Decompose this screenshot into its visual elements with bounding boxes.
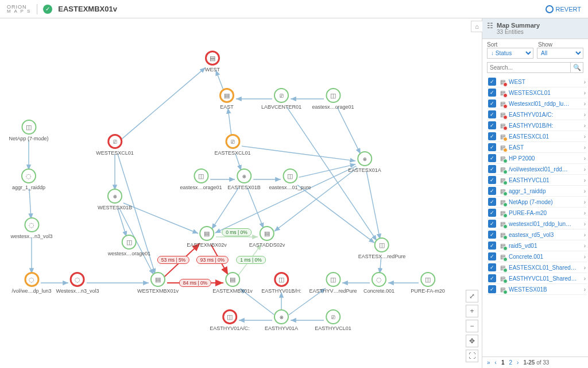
list-item[interactable]: ✓ ▤ westesxcl01_rddp_lun… › bbox=[487, 218, 587, 229]
node-circle[interactable]: ◌ bbox=[24, 272, 39, 287]
map-zoom-out[interactable]: − bbox=[466, 320, 478, 332]
list-item[interactable]: ✓ ▤ EASTHYVCL01 › bbox=[487, 175, 587, 186]
item-checkbox[interactable]: ✓ bbox=[488, 99, 496, 108]
list-item[interactable]: ✓ ▤ EASTHYVCL01_Shared… › bbox=[487, 273, 587, 284]
list-item[interactable]: ✓ ▤ PURE-FA-m20 › bbox=[487, 208, 587, 218]
pager-page-2[interactable]: 2 bbox=[509, 359, 512, 366]
item-checkbox[interactable]: ✓ bbox=[488, 274, 496, 282]
map-node[interactable]: ◫ EASTHYV01A/C: bbox=[210, 309, 250, 331]
map-node[interactable]: ⎚ WESTESXCL01 bbox=[96, 134, 134, 156]
sidebar-collapse-tab[interactable]: ⌂ bbox=[471, 21, 482, 32]
chevron-right-icon[interactable]: › bbox=[584, 177, 586, 183]
item-checkbox[interactable]: ✓ bbox=[488, 78, 496, 86]
item-checkbox[interactable]: ✓ bbox=[488, 110, 496, 118]
chevron-right-icon[interactable]: › bbox=[584, 155, 586, 162]
node-circle[interactable]: ▤ bbox=[199, 226, 214, 241]
node-circle[interactable]: ⎈ bbox=[237, 168, 252, 183]
map-node[interactable]: ▤ WESTEXMBX01v bbox=[137, 272, 179, 294]
node-circle[interactable]: ◫ bbox=[194, 168, 208, 183]
node-circle[interactable]: ⎈ bbox=[274, 309, 289, 324]
pager-expand[interactable]: » bbox=[487, 359, 490, 366]
map-node[interactable]: ▤ EASTADDS02v bbox=[249, 226, 285, 248]
node-circle[interactable]: ◌ bbox=[70, 272, 85, 287]
list-item[interactable]: ✓ ▤ EASTESXCL01_Shared… › bbox=[487, 262, 587, 273]
chevron-right-icon[interactable]: › bbox=[584, 112, 586, 118]
map-node[interactable]: ▤ EAST bbox=[219, 88, 234, 110]
map-node[interactable]: ▤ WEST bbox=[205, 51, 220, 72]
node-circle[interactable]: ▤ bbox=[205, 51, 220, 66]
chevron-right-icon[interactable]: › bbox=[584, 232, 586, 238]
list-item[interactable]: ✓ ▤ EASTHYV01B/H: › bbox=[487, 120, 587, 131]
chevron-right-icon[interactable]: › bbox=[584, 166, 586, 172]
node-circle[interactable]: ▤ bbox=[219, 88, 234, 103]
node-circle[interactable]: ◫ bbox=[420, 272, 435, 287]
item-checkbox[interactable]: ✓ bbox=[488, 220, 496, 228]
list-item[interactable]: ✓ ▤ EASTHYV01A/C: › bbox=[487, 109, 587, 120]
list-item[interactable]: ✓ ▤ EAST › bbox=[487, 142, 587, 153]
node-circle[interactable]: ▤ bbox=[150, 272, 165, 287]
map-node[interactable]: ◫ eastesx…orage01 bbox=[180, 168, 222, 190]
list-item[interactable]: ✓ ▤ eastesx_rd5_vol3 › bbox=[487, 229, 587, 240]
pager-next[interactable]: › bbox=[517, 359, 519, 366]
map-node[interactable]: ⎚ EASTESXCL01 bbox=[214, 134, 250, 156]
revert-button[interactable]: REVERT bbox=[546, 5, 581, 13]
map-node[interactable]: ◫ westesx…orage01 bbox=[108, 235, 151, 256]
map-node[interactable]: ◌ westesx…n3_vol3 bbox=[10, 217, 52, 239]
node-circle[interactable]: ▤ bbox=[225, 272, 240, 287]
chevron-right-icon[interactable]: › bbox=[584, 254, 586, 260]
map-node[interactable]: ◌ aggr_1_raiddp bbox=[12, 168, 45, 190]
item-checkbox[interactable]: ✓ bbox=[488, 252, 496, 260]
map-node[interactable]: ◫ EASTHYV…redPure bbox=[309, 272, 357, 294]
list-item[interactable]: ✓ ▤ WEST › bbox=[487, 76, 587, 87]
sort-dropdown[interactable]: ↓ Status bbox=[487, 48, 533, 59]
chevron-right-icon[interactable]: › bbox=[584, 275, 586, 282]
item-checkbox[interactable]: ✓ bbox=[488, 263, 496, 271]
node-circle[interactable]: ⎈ bbox=[107, 189, 122, 204]
node-circle[interactable]: ◫ bbox=[326, 88, 341, 103]
map-zoom-extent[interactable]: ⤢ bbox=[466, 290, 478, 302]
list-item[interactable]: ✓ ▤ HP P2000 › bbox=[487, 153, 587, 164]
item-checkbox[interactable]: ✓ bbox=[488, 209, 496, 217]
map-node[interactable]: ◫ EASTHYV01B/H: bbox=[261, 272, 301, 294]
item-checkbox[interactable]: ✓ bbox=[488, 121, 496, 129]
node-circle[interactable]: ⎚ bbox=[107, 134, 122, 149]
list-item[interactable]: ✓ ▤ /vol/westesxcl01_rdd… › bbox=[487, 164, 587, 175]
list-item[interactable]: ✓ ▤ Westesxcl01_rddp_lu… › bbox=[487, 98, 587, 109]
map-node[interactable]: ⎈ EASTESX01A bbox=[348, 151, 381, 173]
node-circle[interactable]: ⎚ bbox=[326, 309, 341, 324]
chevron-right-icon[interactable]: › bbox=[584, 122, 586, 129]
item-checkbox[interactable]: ✓ bbox=[488, 154, 496, 162]
map-node[interactable]: ◫ PURE-FA-m20 bbox=[411, 272, 445, 294]
item-checkbox[interactable]: ✓ bbox=[488, 132, 496, 140]
list-item[interactable]: ✓ ▤ aggr_1_raiddp › bbox=[487, 186, 587, 197]
map-node[interactable]: ⎚ LABVCENTER01 bbox=[261, 88, 301, 110]
node-circle[interactable]: ▤ bbox=[260, 226, 274, 241]
map-node[interactable]: ◫ eastesx…01_pure bbox=[269, 168, 311, 190]
map-node[interactable]: ⎈ EASTESX01B bbox=[227, 168, 261, 190]
node-circle[interactable]: ◫ bbox=[283, 168, 297, 183]
map-node[interactable]: ◌ /vol/we…dp_lun3 bbox=[11, 272, 51, 294]
chevron-right-icon[interactable]: › bbox=[584, 79, 586, 85]
chevron-right-icon[interactable]: › bbox=[584, 199, 586, 205]
map-node[interactable]: ◫ EASTESX…redPure bbox=[358, 237, 406, 259]
list-item[interactable]: ✓ ▤ Concrete.001 › bbox=[487, 251, 587, 262]
map-pan[interactable]: ✥ bbox=[466, 335, 478, 347]
item-checkbox[interactable]: ✓ bbox=[488, 187, 496, 195]
list-item[interactable]: ✓ ▤ WESTESXCL01 › bbox=[487, 87, 587, 98]
node-circle[interactable]: ⎚ bbox=[274, 88, 289, 103]
item-checkbox[interactable]: ✓ bbox=[488, 231, 496, 239]
pager-page-1[interactable]: 1 bbox=[501, 359, 505, 366]
node-circle[interactable]: ◫ bbox=[374, 237, 389, 252]
chevron-right-icon[interactable]: › bbox=[584, 210, 586, 216]
chevron-right-icon[interactable]: › bbox=[584, 286, 586, 293]
show-dropdown[interactable]: All bbox=[537, 48, 583, 59]
map-node[interactable]: ◌ Concrete.001 bbox=[363, 272, 394, 294]
node-circle[interactable]: ◫ bbox=[326, 272, 341, 287]
node-circle[interactable]: ◫ bbox=[122, 235, 137, 250]
node-circle[interactable]: ◌ bbox=[372, 272, 386, 287]
item-checkbox[interactable]: ✓ bbox=[488, 241, 496, 250]
chevron-right-icon[interactable]: › bbox=[584, 221, 586, 227]
chevron-right-icon[interactable]: › bbox=[584, 243, 586, 249]
search-input[interactable] bbox=[487, 62, 571, 73]
map-node[interactable]: ◫ eastesx…orage01 bbox=[312, 88, 354, 110]
